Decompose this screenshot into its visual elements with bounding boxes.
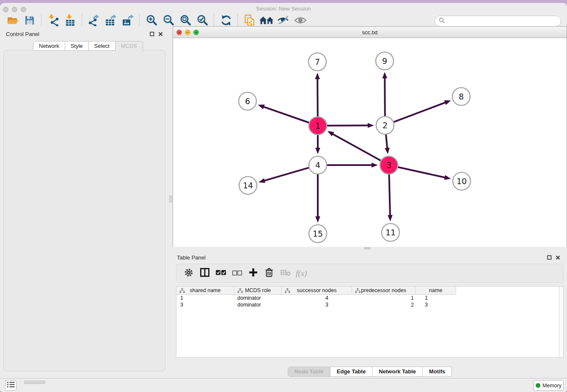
- unselect-all-columns-button[interactable]: [231, 267, 243, 280]
- table-cell[interactable]: 2: [352, 301, 416, 308]
- graph-node-label-1: 1: [315, 121, 320, 130]
- tab-mcds[interactable]: MCDS: [116, 41, 143, 52]
- table-row[interactable]: 1dominator411: [176, 295, 563, 301]
- graph-edge-2-8[interactable]: [394, 102, 446, 122]
- graph-edge-3-10[interactable]: [398, 167, 446, 178]
- table-cell[interactable]: 3: [416, 301, 456, 308]
- splitter-grip[interactable]: [169, 196, 172, 202]
- graph-arrowhead-4-15: [315, 216, 320, 223]
- column-header-predecessor-nodes[interactable]: predecessor nodes: [352, 287, 416, 295]
- table-tabs: Node TableEdge TableNetwork TableMotifs: [173, 367, 567, 377]
- graph-edge-1-2[interactable]: [327, 125, 369, 126]
- list-icon: [7, 381, 15, 389]
- table-row[interactable]: 3dominator323: [176, 301, 563, 308]
- table-cell[interactable]: dominator: [234, 301, 282, 308]
- graph-edge-2-3[interactable]: [386, 135, 387, 149]
- graph-node-label-4: 4: [315, 160, 320, 170]
- gear-icon: [184, 268, 193, 279]
- table-toolbar: f(x): [176, 264, 564, 283]
- graph-node-label-9: 9: [382, 56, 387, 66]
- show-columns-button[interactable]: [198, 267, 211, 280]
- search-input[interactable]: [448, 18, 561, 25]
- tab-network-table[interactable]: Network Table: [372, 367, 423, 377]
- tab-select[interactable]: Select: [89, 41, 116, 51]
- table-cell[interactable]: dominator: [234, 295, 282, 301]
- graph-node-label-7: 7: [315, 57, 320, 66]
- select-all-columns-button[interactable]: [215, 267, 227, 280]
- eye-slash-icon: [277, 15, 290, 27]
- graph-node-label-14: 14: [243, 181, 253, 190]
- float-panel-icon[interactable]: [547, 254, 552, 262]
- control-panel: Control Panel NetworkStyleSelectMCDS Opt…: [0, 26, 169, 375]
- graph-edge-2-9[interactable]: [385, 77, 385, 116]
- memory-button[interactable]: Memory: [534, 380, 564, 391]
- table-cell[interactable]: 4: [282, 295, 352, 301]
- graph-node-label-6: 6: [245, 97, 250, 106]
- graph-node-label-11: 11: [385, 228, 396, 237]
- table-cell[interactable]: 1: [352, 295, 416, 301]
- table-cell[interactable]: 3: [176, 301, 234, 308]
- graph-node-label-10: 10: [457, 177, 467, 186]
- graph-edge-3-11[interactable]: [389, 174, 390, 216]
- network-window-title: scc.txt: [173, 29, 567, 36]
- table-cell[interactable]: 1: [416, 295, 456, 301]
- control-panel-tabs: NetworkStyleSelectMCDS: [33, 41, 143, 52]
- graph-edge-3-1[interactable]: [332, 133, 381, 160]
- graph-arrowhead-3-11: [388, 215, 393, 221]
- tab-network[interactable]: Network: [33, 41, 65, 51]
- graph-arrowhead-2-8: [444, 100, 451, 105]
- checked-boxes-icon: [216, 270, 226, 277]
- column-header-MCDS-role[interactable]: MCDS role: [234, 287, 282, 295]
- trash-icon: [265, 268, 273, 279]
- statusbar-grip[interactable]: [24, 381, 45, 384]
- column-header-name[interactable]: name: [416, 287, 456, 295]
- mcds-panel-body: [3, 50, 165, 371]
- save-floppy-icon: [25, 15, 35, 27]
- tab-motifs[interactable]: Motifs: [423, 367, 452, 377]
- application-window: Session: New Session: [0, 3, 567, 392]
- open-folder-icon: [7, 16, 19, 27]
- graph-arrowhead-3-10: [444, 175, 451, 179]
- column-header-shared-name[interactable]: shared name: [176, 287, 234, 295]
- unchecked-boxes-icon: [232, 270, 242, 277]
- function-builder-button[interactable]: f(x): [295, 267, 307, 280]
- tab-node-table[interactable]: Node Table: [288, 367, 330, 377]
- graph-edge-4-14[interactable]: [263, 168, 308, 181]
- graph-arrowhead-1-4: [315, 148, 320, 154]
- delete-columns-button[interactable]: [263, 267, 275, 280]
- close-panel-icon[interactable]: [556, 254, 560, 262]
- table-cell[interactable]: 3: [282, 301, 352, 308]
- float-panel-icon[interactable]: [150, 30, 154, 38]
- delete-table-button[interactable]: [279, 267, 292, 280]
- table-cell[interactable]: 1: [176, 295, 234, 301]
- create-column-button[interactable]: [247, 267, 259, 280]
- table-panel: Table Panel f(x) shared nameMCDS rolesuc…: [173, 249, 567, 375]
- column-header-successor-nodes[interactable]: successor nodes: [282, 287, 352, 295]
- network-view-window: scc.txt 7968124314101511: [173, 26, 567, 250]
- graph-arrowhead-4-14: [259, 178, 265, 183]
- graph-edge-1-6[interactable]: [263, 107, 309, 123]
- graph-node-label-8: 8: [459, 92, 464, 101]
- window-title: Session: New Session: [0, 6, 567, 12]
- close-panel-icon[interactable]: [158, 30, 163, 38]
- search-field[interactable]: [435, 16, 561, 27]
- task-history-button[interactable]: [5, 380, 17, 391]
- graph-arrowhead-1-2: [368, 123, 374, 128]
- table-scrollbar[interactable]: [559, 287, 563, 357]
- table-header-row: shared nameMCDS rolesuccessor nodesprede…: [176, 287, 456, 295]
- table-options-button[interactable]: [182, 267, 195, 280]
- tab-edge-table[interactable]: Edge Table: [330, 367, 372, 377]
- graph-arrowhead-2-3: [385, 148, 390, 154]
- houses-icon: [259, 16, 274, 27]
- delete-table-icon: [280, 269, 291, 278]
- tab-style[interactable]: Style: [65, 41, 89, 51]
- memory-label: Memory: [542, 383, 561, 389]
- graph-arrowhead-2-9: [382, 72, 387, 78]
- memory-status-dot: [536, 383, 540, 388]
- graph-arrowhead-3-1: [328, 131, 334, 136]
- graph-edge-1-7[interactable]: [317, 78, 318, 116]
- graph-arrowhead-1-6: [258, 105, 265, 109]
- graph-node-label-15: 15: [313, 229, 323, 238]
- vertical-splitter[interactable]: [169, 26, 173, 375]
- graph-svg[interactable]: 7968124314101511: [173, 38, 567, 249]
